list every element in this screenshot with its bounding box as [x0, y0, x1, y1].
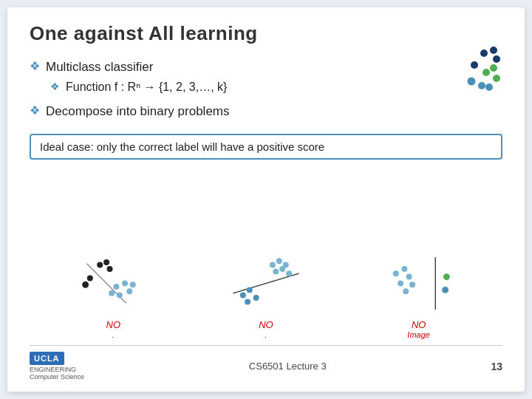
diagram-1-sublabel: .	[112, 330, 115, 339]
slide-title: One against All learning	[30, 22, 502, 45]
sub-diamond-icon-1: ❖	[50, 81, 60, 92]
svg-point-14	[87, 275, 93, 281]
bullet-text-decompose: Decompose into binary problems	[46, 103, 230, 120]
svg-point-35	[401, 266, 407, 272]
svg-point-5	[490, 64, 497, 72]
svg-point-38	[409, 282, 415, 287]
sub-bullet-text-function: Function f : Rⁿ → {1, 2, 3,…, k}	[66, 79, 227, 95]
svg-point-37	[398, 280, 403, 286]
bullet-item-decompose: ❖ Decompose into binary problems	[30, 103, 502, 120]
ucla-logo-text: UCLA	[30, 352, 64, 365]
bullet-decompose: ❖ Decompose into binary problems	[30, 103, 502, 123]
svg-point-8	[478, 82, 485, 89]
diagram-1: NO .	[58, 250, 168, 339]
bullet-multiclass: ❖ Multiclass classifier ❖ Function f : R…	[30, 58, 502, 98]
ideal-case-box: Ideal case: only the correct label will …	[30, 134, 502, 160]
svg-point-1	[490, 47, 497, 54]
svg-point-18	[117, 293, 123, 299]
diagram-2: NO .	[211, 250, 321, 339]
footer: UCLA ENGINEERINGComputer Science CS6501 …	[30, 345, 502, 381]
svg-point-34	[392, 270, 398, 276]
svg-point-15	[114, 284, 120, 290]
bullet-item-multiclass: ❖ Multiclass classifier	[30, 58, 502, 76]
svg-point-24	[247, 287, 253, 293]
footer-center-text: CS6501 Lecture 3	[249, 361, 327, 372]
svg-point-2	[493, 55, 500, 63]
diagram-3-label: NO	[412, 319, 426, 330]
svg-point-26	[245, 299, 250, 304]
svg-point-0	[480, 50, 488, 57]
diagrams-row: NO .	[30, 167, 502, 339]
diamond-icon-1: ❖	[30, 59, 40, 73]
svg-point-32	[286, 270, 292, 276]
svg-point-31	[283, 262, 289, 268]
svg-point-7	[468, 78, 476, 86]
diagram-2-label: NO	[259, 319, 273, 330]
diagram-2-sublabel: .	[265, 330, 267, 339]
bullet-text-multiclass: Multiclass classifier	[46, 58, 153, 76]
svg-point-6	[493, 75, 500, 82]
diagram-3-sublabel: Image	[407, 330, 430, 339]
svg-point-3	[471, 61, 478, 69]
diagram-1-label: NO	[106, 319, 121, 330]
svg-point-23	[240, 293, 246, 299]
svg-point-30	[273, 268, 279, 274]
ucla-logo: UCLA ENGINEERINGComputer Science	[30, 352, 84, 381]
svg-point-40	[443, 273, 450, 280]
sub-bullet-function: ❖ Function f : Rⁿ → {1, 2, 3,…, k}	[50, 79, 502, 95]
svg-point-12	[103, 259, 109, 265]
svg-point-13	[107, 266, 113, 272]
decorative-dots	[443, 44, 502, 89]
footer-page-number: 13	[491, 361, 502, 372]
svg-point-28	[276, 258, 282, 264]
svg-point-36	[406, 274, 412, 280]
svg-point-11	[98, 262, 103, 268]
ideal-case-text: Ideal case: only the correct label will …	[40, 140, 324, 153]
svg-point-20	[130, 282, 136, 287]
svg-point-25	[253, 295, 259, 301]
svg-point-17	[127, 288, 133, 294]
svg-point-9	[485, 83, 493, 91]
svg-point-21	[82, 282, 89, 288]
dots-svg	[443, 44, 502, 92]
content-area: ❖ Multiclass classifier ❖ Function f : R…	[30, 58, 502, 342]
diagram-3-svg	[367, 250, 471, 316]
slide: One against All learning ❖ Multiclass cl…	[7, 7, 525, 392]
diagram-2-svg	[214, 250, 318, 316]
svg-point-16	[122, 280, 128, 286]
svg-point-41	[442, 287, 449, 293]
svg-point-4	[482, 69, 490, 76]
diamond-icon-2: ❖	[30, 103, 40, 117]
svg-point-27	[270, 262, 276, 268]
ucla-logo-sub: ENGINEERINGComputer Science	[30, 366, 84, 381]
diagram-3: NO Image	[364, 250, 474, 339]
svg-point-39	[403, 288, 409, 294]
diagram-1-svg	[61, 250, 165, 316]
svg-point-19	[109, 290, 115, 296]
